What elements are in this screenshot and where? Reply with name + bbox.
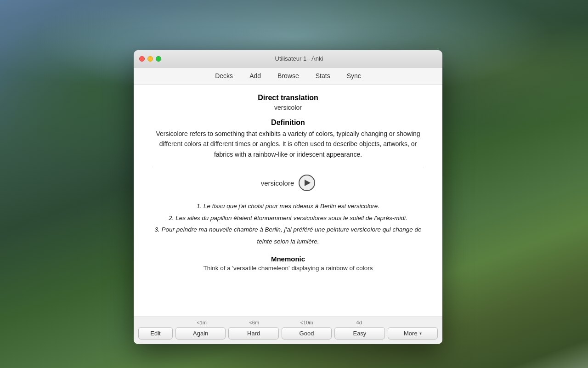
menu-bar: Decks Add Browse Stats Sync [134, 68, 442, 85]
answer-buttons: Edit Again Hard Good Easy More ▾ [138, 327, 438, 340]
menu-decks[interactable]: Decks [213, 71, 235, 80]
traffic-lights [139, 56, 161, 62]
timing-easy: 4d [333, 320, 385, 325]
again-button[interactable]: Again [175, 327, 226, 340]
menu-sync[interactable]: Sync [345, 71, 363, 80]
audio-row: versicolore [152, 175, 424, 191]
more-dropdown-arrow: ▾ [419, 331, 422, 336]
play-icon [305, 180, 311, 186]
title-bar: Utilisateur 1 - Anki [134, 50, 442, 68]
hard-button[interactable]: Hard [228, 327, 278, 340]
timing-row: <1m <6m <10m 4d [138, 320, 438, 325]
divider [152, 167, 424, 167]
direct-translation-heading: Direct translation [152, 94, 424, 102]
good-button[interactable]: Good [282, 327, 332, 340]
menu-stats[interactable]: Stats [314, 71, 332, 80]
example-1: 1. Le tissu que j'ai choisi pour mes rid… [152, 200, 424, 212]
menu-browse[interactable]: Browse [276, 71, 301, 80]
definition-text: Versicolore refers to something that exh… [152, 129, 424, 159]
mnemonic-text: Think of a 'versatile chameleon' display… [152, 265, 424, 272]
audio-word: versicolore [261, 179, 294, 187]
example-2: 2. Les ailes du papillon étaient étonnam… [152, 212, 424, 224]
card-content: Direct translation versicolor Definition… [134, 85, 442, 317]
maximize-button[interactable] [156, 56, 161, 62]
mnemonic-heading: Mnemonic [152, 255, 424, 263]
timing-good: <10m [280, 320, 333, 325]
definition-heading: Definition [152, 119, 424, 127]
bottom-bar: <1m <6m <10m 4d Edit Again Hard Good Eas… [134, 317, 442, 344]
window-title: Utilisateur 1 - Anki [161, 55, 437, 62]
easy-button[interactable]: Easy [334, 327, 384, 340]
direct-translation-value: versicolor [152, 104, 424, 111]
more-button[interactable]: More ▾ [388, 327, 438, 340]
timing-more-placeholder [385, 320, 438, 325]
menu-add[interactable]: Add [248, 71, 263, 80]
close-button[interactable] [139, 56, 145, 62]
example-3: 3. Pour peindre ma nouvelle chambre à Be… [152, 224, 424, 247]
minimize-button[interactable] [147, 56, 153, 62]
timing-edit-placeholder [138, 320, 175, 325]
examples-container: 1. Le tissu que j'ai choisi pour mes rid… [152, 200, 424, 248]
timing-hard: <6m [228, 320, 280, 325]
play-audio-button[interactable] [299, 175, 315, 191]
edit-button[interactable]: Edit [138, 327, 173, 340]
anki-window: Utilisateur 1 - Anki Decks Add Browse St… [134, 50, 442, 344]
more-button-label: More [404, 330, 418, 337]
timing-again: <1m [175, 320, 228, 325]
